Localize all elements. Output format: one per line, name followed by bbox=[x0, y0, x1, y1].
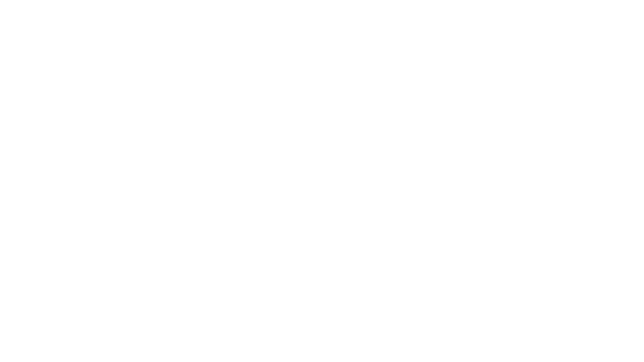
connections-svg bbox=[0, 0, 644, 362]
diagram-container bbox=[0, 0, 644, 362]
